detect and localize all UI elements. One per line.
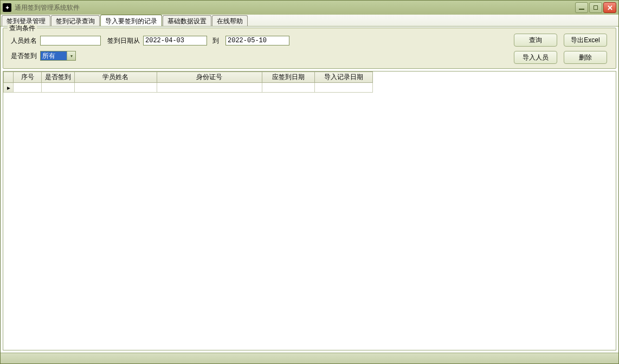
cell-id [157, 83, 262, 93]
header-row: 序号 是否签到 学员姓名 身份证号 应签到日期 导入记录日期 [4, 72, 373, 83]
date-from-label: 签到日期从 [107, 36, 141, 46]
delete-button[interactable]: 删除 [564, 51, 607, 64]
cell-import-date [315, 83, 373, 93]
name-label: 人员姓名 [8, 36, 38, 46]
cell-should-date [262, 83, 315, 93]
app-icon: ✦ [3, 3, 11, 12]
col-signed[interactable]: 是否签到 [41, 72, 74, 83]
tab-basic-data[interactable]: 基础数据设置 [163, 15, 211, 26]
import-button[interactable]: 导入人员 [514, 51, 557, 64]
col-should-date[interactable]: 应签到日期 [262, 72, 315, 83]
tab-bar: 签到登录管理 签到记录查询 导入要签到的记录 基础数据设置 在线帮助 [1, 15, 618, 27]
signed-combo[interactable]: 所有 ▾ [40, 51, 76, 61]
col-id[interactable]: 身份证号 [157, 72, 262, 83]
maximize-button[interactable] [589, 2, 602, 13]
signed-value: 所有 [41, 51, 67, 60]
date-to-input[interactable] [225, 36, 289, 46]
query-button[interactable]: 查询 [514, 34, 557, 47]
tab-record-query[interactable]: 签到记录查询 [51, 15, 100, 26]
main-window: ✦ 通用签到管理系统软件 ✕ 签到登录管理 签到记录查询 导入要签到的记录 基础… [0, 0, 619, 364]
window-title: 通用签到管理系统软件 [15, 3, 80, 12]
group-title: 查询条件 [8, 24, 37, 33]
col-seq[interactable]: 序号 [14, 72, 41, 83]
minimize-button[interactable] [575, 2, 588, 13]
close-button[interactable]: ✕ [603, 2, 616, 13]
cell-name [75, 83, 157, 93]
row-selector-header [4, 72, 14, 83]
grid-body [3, 93, 616, 350]
date-to-label: 到 [212, 36, 220, 46]
cell-signed [41, 83, 74, 93]
date-from-input[interactable] [143, 36, 207, 46]
cell-seq [14, 83, 41, 93]
content-area: 查询条件 人员姓名 签到日期从 到 是否签到 所有 [1, 27, 618, 353]
export-button[interactable]: 导出Excel [564, 34, 607, 47]
tab-import-record[interactable]: 导入要签到的记录 [100, 15, 162, 26]
data-grid: 序号 是否签到 学员姓名 身份证号 应签到日期 导入记录日期 ▸ [3, 71, 616, 350]
name-input[interactable] [40, 36, 101, 46]
statusbar [1, 353, 618, 363]
tab-help[interactable]: 在线帮助 [212, 15, 248, 26]
signed-label: 是否签到 [8, 51, 38, 61]
titlebar: ✦ 通用签到管理系统软件 ✕ [1, 1, 618, 15]
query-group: 查询条件 人员姓名 签到日期从 到 是否签到 所有 [3, 28, 616, 69]
col-import-date[interactable]: 导入记录日期 [315, 72, 373, 83]
col-name[interactable]: 学员姓名 [75, 72, 157, 83]
table-row[interactable]: ▸ [4, 83, 373, 93]
chevron-down-icon[interactable]: ▾ [67, 51, 75, 60]
row-indicator: ▸ [4, 83, 14, 93]
